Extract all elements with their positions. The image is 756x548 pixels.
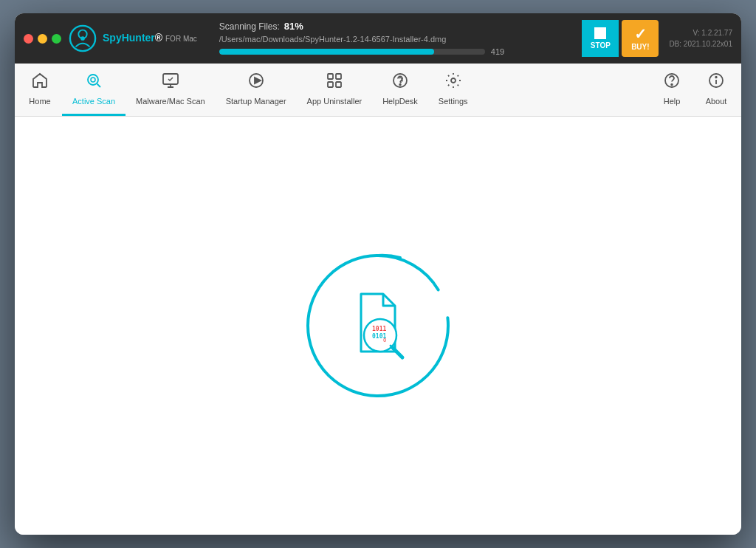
nav-item-about[interactable]: About bbox=[694, 64, 738, 116]
scan-info: Scanning Files: 81% /Users/mac/Downloads… bbox=[212, 21, 583, 56]
nav-label-malware-scan: Malware/Mac Scan bbox=[136, 97, 205, 106]
svg-line-29 bbox=[391, 346, 394, 349]
svg-point-5 bbox=[91, 78, 95, 82]
nav-label-helpdesk: HelpDesk bbox=[382, 97, 418, 106]
scan-percent: 81% bbox=[284, 21, 303, 32]
home-icon bbox=[31, 72, 49, 94]
svg-point-16 bbox=[399, 84, 401, 86]
version-number: V: 1.2.21.77 bbox=[669, 27, 732, 38]
nav-item-settings[interactable]: Settings bbox=[428, 64, 478, 116]
startup-manager-icon bbox=[247, 72, 265, 94]
main-content: 1011 0101 0 bbox=[15, 117, 741, 535]
nav-item-app-uninstaller[interactable]: App Uninstaller bbox=[297, 64, 373, 116]
nav-label-app-uninstaller: App Uninstaller bbox=[307, 97, 362, 106]
buy-button[interactable]: ✓ BUY! bbox=[622, 20, 659, 57]
logo-text: SpyHunter® FOR Mac bbox=[103, 32, 197, 44]
navbar: Home Active Scan Malware/ bbox=[15, 64, 741, 117]
svg-line-4 bbox=[97, 84, 101, 88]
nav-label-about: About bbox=[706, 97, 727, 106]
svg-point-22 bbox=[715, 77, 717, 78]
titlebar: SpyHunter® FOR Mac Scanning Files: 81% /… bbox=[15, 13, 741, 64]
svg-point-17 bbox=[451, 78, 456, 83]
scan-path: /Users/mac/Downloads/SpyHunter-1.2-14-65… bbox=[219, 35, 515, 44]
malware-scan-icon bbox=[162, 72, 179, 94]
svg-rect-12 bbox=[336, 74, 341, 79]
help-icon bbox=[663, 72, 681, 94]
svg-point-3 bbox=[88, 75, 98, 85]
maximize-button[interactable] bbox=[52, 34, 61, 44]
settings-icon bbox=[444, 72, 462, 94]
nav-label-startup-manager: Startup Manager bbox=[226, 97, 286, 106]
nav-item-help[interactable]: Help bbox=[650, 64, 694, 116]
svg-point-19 bbox=[671, 84, 673, 86]
stop-icon bbox=[594, 27, 606, 39]
logo-icon bbox=[69, 24, 97, 52]
svg-text:1011: 1011 bbox=[372, 326, 386, 332]
scan-inner-icon: 1011 0101 0 bbox=[330, 278, 426, 374]
nav-item-malware-scan[interactable]: Malware/Mac Scan bbox=[126, 64, 216, 116]
progress-bar bbox=[219, 49, 485, 55]
db-version: DB: 2021.10.22x01 bbox=[669, 38, 732, 49]
svg-rect-13 bbox=[328, 82, 333, 87]
active-scan-icon bbox=[85, 72, 103, 94]
helpdesk-icon bbox=[391, 72, 409, 94]
scan-count: 419 bbox=[491, 47, 504, 56]
logo-area: SpyHunter® FOR Mac bbox=[69, 24, 197, 52]
about-icon bbox=[707, 72, 725, 94]
scan-animation: 1011 0101 0 bbox=[297, 244, 459, 407]
app-uninstaller-icon bbox=[326, 72, 343, 94]
version-info: V: 1.2.21.77 DB: 2021.10.22x01 bbox=[669, 27, 732, 49]
nav-label-active-scan: Active Scan bbox=[72, 97, 115, 106]
svg-text:0: 0 bbox=[383, 338, 386, 343]
minimize-button[interactable] bbox=[38, 34, 47, 44]
nav-item-active-scan[interactable]: Active Scan bbox=[62, 64, 126, 116]
nav-label-help: Help bbox=[664, 97, 681, 106]
nav-label-settings: Settings bbox=[439, 97, 468, 106]
buy-check-icon: ✓ bbox=[634, 27, 647, 41]
svg-rect-11 bbox=[328, 74, 333, 79]
nav-item-helpdesk[interactable]: HelpDesk bbox=[372, 64, 428, 116]
svg-rect-14 bbox=[336, 82, 341, 87]
close-button[interactable] bbox=[24, 34, 33, 44]
svg-marker-10 bbox=[255, 78, 261, 83]
nav-item-startup-manager[interactable]: Startup Manager bbox=[216, 64, 297, 116]
traffic-lights bbox=[24, 34, 61, 44]
progress-fill bbox=[219, 49, 435, 55]
scan-label: Scanning Files: bbox=[219, 21, 280, 32]
app-window: SpyHunter® FOR Mac Scanning Files: 81% /… bbox=[15, 13, 741, 535]
nav-item-home[interactable]: Home bbox=[18, 64, 62, 116]
svg-point-2 bbox=[80, 36, 85, 41]
nav-label-home: Home bbox=[29, 97, 50, 106]
stop-button[interactable]: STOP bbox=[582, 20, 619, 57]
